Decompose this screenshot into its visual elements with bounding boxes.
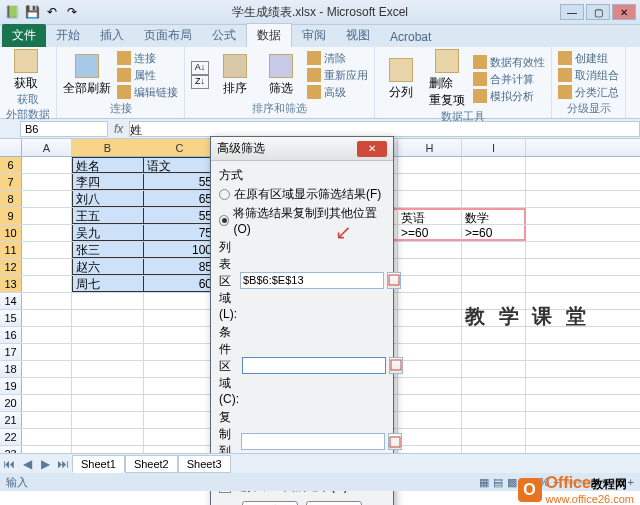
cell-H20[interactable] xyxy=(398,395,462,411)
cell-H11[interactable] xyxy=(398,242,462,258)
cell-C18[interactable] xyxy=(144,361,216,377)
cell-C11[interactable]: 100 xyxy=(144,242,216,258)
cell-A16[interactable] xyxy=(22,327,72,343)
cell-H21[interactable] xyxy=(398,412,462,428)
cell-I9[interactable]: 数学 xyxy=(462,208,526,224)
select-all-corner[interactable] xyxy=(0,139,22,156)
cell-H10[interactable]: >=60 xyxy=(398,225,462,241)
sheet-tab-2[interactable]: Sheet2 xyxy=(125,455,178,473)
criteria-range-refedit-button[interactable] xyxy=(389,357,403,374)
cell-A9[interactable] xyxy=(22,208,72,224)
connections-button[interactable]: 连接 xyxy=(117,51,178,66)
tab-data[interactable]: 数据 xyxy=(246,23,292,47)
rowhead-6[interactable]: 6 xyxy=(0,157,22,173)
maximize-button[interactable]: ▢ xyxy=(586,4,610,20)
cell-B16[interactable] xyxy=(72,327,144,343)
list-range-refedit-button[interactable] xyxy=(387,272,401,289)
cell-H12[interactable] xyxy=(398,259,462,275)
rowhead-16[interactable]: 16 xyxy=(0,327,22,343)
cell-H18[interactable] xyxy=(398,361,462,377)
cell-A21[interactable] xyxy=(22,412,72,428)
cell-C8[interactable]: 65 xyxy=(144,191,216,207)
radio-copy-to[interactable]: 将筛选结果复制到其他位置(O) xyxy=(219,205,385,236)
tab-insert[interactable]: 插入 xyxy=(90,24,134,47)
copy-to-refedit-button[interactable] xyxy=(388,433,402,450)
cell-I6[interactable] xyxy=(462,157,526,173)
cell-C6[interactable]: 语文 xyxy=(144,157,216,173)
cell-C12[interactable]: 85 xyxy=(144,259,216,275)
cell-B14[interactable] xyxy=(72,293,144,309)
cell-I11[interactable] xyxy=(462,242,526,258)
name-box[interactable]: B6 xyxy=(20,121,108,137)
cell-A17[interactable] xyxy=(22,344,72,360)
save-icon[interactable]: 💾 xyxy=(24,4,40,20)
tab-formula[interactable]: 公式 xyxy=(202,24,246,47)
rowhead-9[interactable]: 9 xyxy=(0,208,22,224)
rowhead-14[interactable]: 14 xyxy=(0,293,22,309)
refresh-all-button[interactable]: 全部刷新 xyxy=(63,54,111,97)
sheet-tab-3[interactable]: Sheet3 xyxy=(178,455,231,473)
cell-B21[interactable] xyxy=(72,412,144,428)
cell-H22[interactable] xyxy=(398,429,462,445)
ok-button[interactable]: 确定 xyxy=(242,501,298,505)
colhead-a[interactable]: A xyxy=(22,139,72,156)
cell-I12[interactable] xyxy=(462,259,526,275)
cell-I19[interactable] xyxy=(462,378,526,394)
rowhead-11[interactable]: 11 xyxy=(0,242,22,258)
formula-bar[interactable]: 姓 xyxy=(129,121,640,137)
colhead-b[interactable]: B xyxy=(72,139,144,156)
rowhead-18[interactable]: 18 xyxy=(0,361,22,377)
ungroup-button[interactable]: 取消组合 xyxy=(558,68,619,83)
rowhead-17[interactable]: 17 xyxy=(0,344,22,360)
cell-B9[interactable]: 王五 xyxy=(72,208,144,224)
cell-C17[interactable] xyxy=(144,344,216,360)
cell-B10[interactable]: 吴九 xyxy=(72,225,144,241)
cell-C13[interactable]: 60 xyxy=(144,276,216,292)
rowhead-22[interactable]: 22 xyxy=(0,429,22,445)
sheet-nav-first[interactable]: ⏮ xyxy=(0,457,18,471)
redo-icon[interactable]: ↷ xyxy=(64,4,80,20)
cell-I7[interactable] xyxy=(462,174,526,190)
tab-file[interactable]: 文件 xyxy=(2,24,46,47)
sort-az-icon[interactable]: A↓ xyxy=(191,61,209,75)
sort-button[interactable]: 排序 xyxy=(215,54,255,97)
cell-H8[interactable] xyxy=(398,191,462,207)
text-to-columns-button[interactable]: 分列 xyxy=(381,58,421,101)
sheet-nav-last[interactable]: ⏭ xyxy=(54,457,72,471)
rowhead-7[interactable]: 7 xyxy=(0,174,22,190)
colhead-i[interactable]: I xyxy=(462,139,526,156)
view-pagebreak-icon[interactable]: ▩ xyxy=(507,476,517,489)
rowhead-20[interactable]: 20 xyxy=(0,395,22,411)
cell-B15[interactable] xyxy=(72,310,144,326)
cancel-button[interactable]: 取消 xyxy=(306,501,362,505)
cell-H6[interactable] xyxy=(398,157,462,173)
rowhead-12[interactable]: 12 xyxy=(0,259,22,275)
view-normal-icon[interactable]: ▦ xyxy=(479,476,489,489)
cell-C16[interactable] xyxy=(144,327,216,343)
cell-A13[interactable] xyxy=(22,276,72,292)
cell-B7[interactable]: 李四 xyxy=(72,174,144,190)
rowhead-10[interactable]: 10 xyxy=(0,225,22,241)
edit-links-button[interactable]: 编辑链接 xyxy=(117,85,178,100)
cell-A11[interactable] xyxy=(22,242,72,258)
criteria-range-input[interactable] xyxy=(242,357,386,374)
consolidate-button[interactable]: 合并计算 xyxy=(473,72,545,87)
dialog-titlebar[interactable]: 高级筛选 ✕ xyxy=(211,137,393,161)
cell-A6[interactable] xyxy=(22,157,72,173)
cell-C10[interactable]: 75 xyxy=(144,225,216,241)
advanced-filter-button[interactable]: 高级 xyxy=(307,85,368,100)
minimize-button[interactable]: — xyxy=(560,4,584,20)
cell-H17[interactable] xyxy=(398,344,462,360)
cell-H19[interactable] xyxy=(398,378,462,394)
cell-B13[interactable]: 周七 xyxy=(72,276,144,292)
cell-B11[interactable]: 张三 xyxy=(72,242,144,258)
data-validation-button[interactable]: 数据有效性 xyxy=(473,55,545,70)
cell-C21[interactable] xyxy=(144,412,216,428)
cell-B8[interactable]: 刘八 xyxy=(72,191,144,207)
cell-A19[interactable] xyxy=(22,378,72,394)
cell-A15[interactable] xyxy=(22,310,72,326)
tab-home[interactable]: 开始 xyxy=(46,24,90,47)
cell-I22[interactable] xyxy=(462,429,526,445)
cell-B18[interactable] xyxy=(72,361,144,377)
cell-B22[interactable] xyxy=(72,429,144,445)
